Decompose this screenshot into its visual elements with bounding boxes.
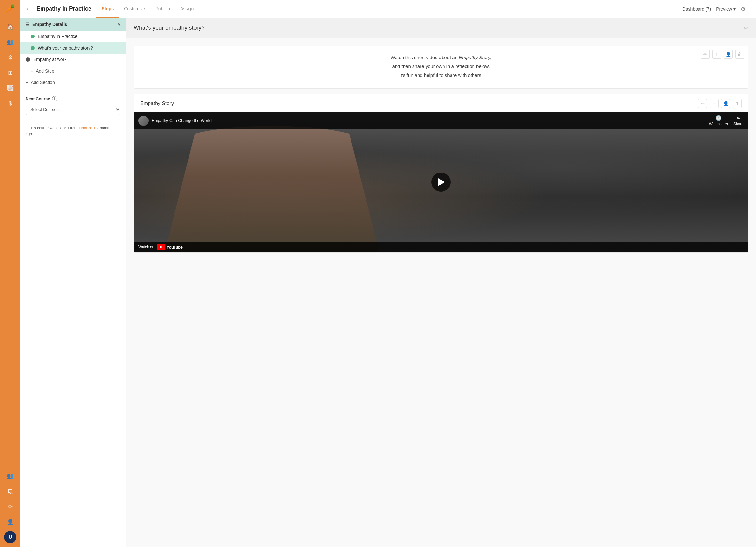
sidebar-icon-group[interactable]: 👥: [4, 470, 17, 482]
video-title: Empathy Can Change the World: [152, 118, 706, 123]
step-label-empathy-work: Empathy at work: [33, 57, 66, 62]
video-block-header: Empathy Story ✏ ↑ 👤 🗑: [134, 94, 748, 112]
sidebar-icon-settings[interactable]: ⚙: [4, 51, 17, 64]
course-select[interactable]: Select Course...: [26, 104, 120, 115]
video-play-button[interactable]: [431, 173, 451, 192]
step-dot-dark: [26, 57, 30, 62]
video-thumbnail: [134, 112, 748, 252]
watch-on-text: Watch on: [138, 245, 154, 249]
video-block-title-text: Empathy Story: [140, 101, 174, 106]
video-trash-btn[interactable]: 🗑: [733, 99, 742, 108]
sidebar-icon-people[interactable]: 👥: [4, 36, 17, 49]
steps-list: Empathy in Practice What's your empathy …: [20, 31, 126, 54]
preview-button[interactable]: Preview ▾: [716, 6, 736, 12]
plus-icon-step: +: [31, 68, 33, 73]
video-block-actions: ✏ ↑ 👤 🗑: [698, 99, 742, 108]
step-dot-1: [31, 35, 35, 38]
page-title: Empathy in Practice: [36, 5, 91, 12]
add-section-button[interactable]: + Add Section: [20, 77, 126, 88]
sidebar-icon-column: 🥕 🏠 👥 ⚙ ⊞ 📈 $ 👥 🖼 ✏ 👤 U: [0, 0, 20, 547]
clone-text: This course was cloned from: [29, 126, 78, 130]
video-bottom-bar: Watch on YouTube: [134, 242, 748, 252]
sidebar-step-1[interactable]: Empathy in Practice: [20, 31, 126, 42]
tab-assign[interactable]: Assign: [175, 0, 199, 18]
tab-customize[interactable]: Customize: [119, 0, 150, 18]
block-trash-btn[interactable]: 🗑: [735, 50, 744, 59]
edit-title-icon[interactable]: ✏: [744, 24, 748, 31]
sidebar-icon-image[interactable]: 🖼: [4, 485, 17, 498]
sidebar-icon-edit[interactable]: ✏: [4, 500, 17, 513]
fork-icon: ⑂: [26, 126, 29, 130]
text-block-inner: ✏ ↑ 👤 🗑 Watch this short video about an …: [134, 46, 748, 88]
watch-later-label: Watch later: [709, 122, 728, 126]
user-avatar[interactable]: U: [4, 531, 16, 543]
video-container: Empathy Can Change the World 🕐 Watch lat…: [134, 112, 748, 252]
video-figure: [165, 126, 380, 252]
step-label-2: What's your empathy story?: [38, 45, 93, 50]
video-person-btn[interactable]: 👤: [721, 99, 730, 108]
add-section-label: Add Section: [31, 80, 55, 85]
youtube-icon: [157, 244, 165, 250]
app-logo: 🥕: [5, 4, 15, 13]
youtube-logo: YouTube: [157, 244, 182, 250]
video-top-actions: 🕐 Watch later ➤ Share: [709, 115, 744, 126]
chevron-down-icon: ∨: [118, 22, 120, 27]
next-course-label: Next Course i: [26, 96, 120, 101]
sidebar-step-empathy-at-work[interactable]: Empathy at work: [20, 54, 126, 65]
sidebar-icon-dollar[interactable]: $: [4, 97, 17, 110]
youtube-text: YouTube: [166, 245, 182, 250]
clock-icon: 🕐: [715, 115, 722, 121]
hamburger-icon: ☰: [26, 22, 30, 27]
sidebar-step-2[interactable]: What's your empathy story?: [20, 42, 126, 54]
block-upload-btn[interactable]: ↑: [712, 50, 721, 59]
channel-avatar: [138, 116, 149, 126]
video-upload-btn[interactable]: ↑: [710, 99, 719, 108]
clone-info: ⑂ This course was cloned from Finance 1 …: [20, 120, 126, 142]
share-label: Share: [733, 122, 744, 126]
plus-icon-section: +: [26, 80, 28, 85]
block-actions: ✏ ↑ 👤 🗑: [701, 50, 744, 59]
share-icon: ➤: [736, 115, 740, 121]
sidebar-icon-grid[interactable]: ⊞: [4, 66, 17, 79]
watch-later-button[interactable]: 🕐 Watch later: [709, 115, 728, 126]
content-body: ✏ ↑ 👤 🗑 Watch this short video about an …: [126, 38, 756, 266]
block-text-1: Watch this short video about an Empathy …: [149, 54, 733, 61]
info-icon[interactable]: i: [52, 96, 57, 101]
tab-publish[interactable]: Publish: [150, 0, 175, 18]
video-top-bar: Empathy Can Change the World 🕐 Watch lat…: [134, 112, 748, 129]
content-header: What's your empathy story? ✏: [126, 18, 756, 38]
clone-link[interactable]: Finance 1: [79, 126, 96, 130]
video-edit-btn[interactable]: ✏: [698, 99, 707, 108]
step-label-1: Empathy in Practice: [38, 34, 78, 39]
block-text-2: and then share your own in a reflection …: [149, 63, 733, 70]
block-edit-btn[interactable]: ✏: [701, 50, 710, 59]
text-block: ✏ ↑ 👤 🗑 Watch this short video about an …: [134, 46, 748, 89]
sidebar-icon-users2[interactable]: 👤: [4, 516, 17, 528]
add-step-label: Add Step: [36, 68, 54, 73]
block-text-3: It's fun and helpful to share with other…: [149, 72, 733, 79]
main-content-area: What's your empathy story? ✏ ✏ ↑ 👤 🗑: [126, 18, 756, 547]
sidebar-panel: ☰ Empathy Details ∨ Empathy in Practice …: [20, 18, 126, 547]
step-dot-2: [31, 46, 35, 50]
add-step-button[interactable]: + Add Step: [20, 65, 126, 77]
settings-icon[interactable]: ⚙: [741, 5, 746, 12]
block-person-btn[interactable]: 👤: [724, 50, 733, 59]
dashboard-button[interactable]: Dashboard (7): [683, 6, 711, 12]
content-title: What's your empathy story?: [134, 25, 205, 31]
sidebar-icon-home[interactable]: 🏠: [4, 20, 17, 33]
sidebar-icon-chart[interactable]: 📈: [4, 82, 17, 95]
next-course-section: Next Course i Select Course...: [20, 91, 126, 120]
section-title: Empathy Details: [32, 22, 115, 27]
share-button[interactable]: ➤ Share: [733, 115, 744, 126]
section-header[interactable]: ☰ Empathy Details ∨: [20, 18, 126, 31]
back-button[interactable]: ←: [26, 5, 31, 12]
tab-steps[interactable]: Steps: [96, 0, 119, 18]
video-block: Empathy Story ✏ ↑ 👤 🗑: [134, 94, 748, 253]
